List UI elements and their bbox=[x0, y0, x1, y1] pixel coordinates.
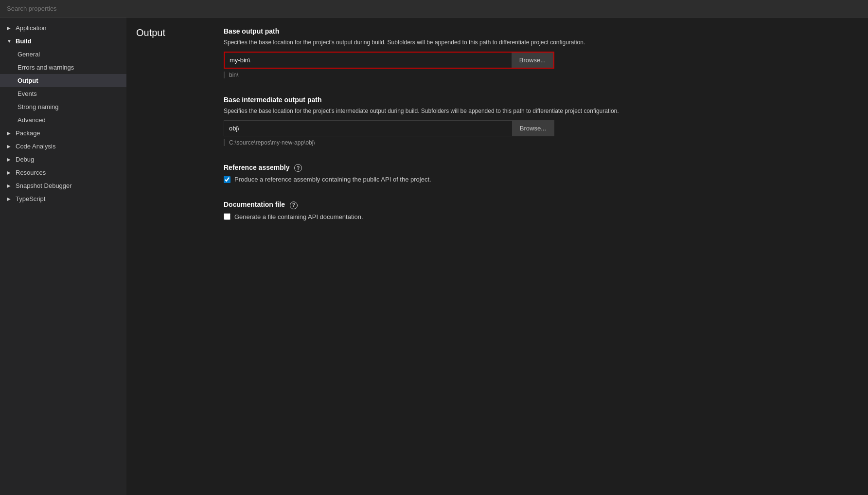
sidebar-item-build[interactable]: ▼ Build bbox=[0, 35, 126, 48]
base-output-input-row: Browse... bbox=[224, 52, 554, 69]
setting-group-base-intermediate: Base intermediate output path Specifies … bbox=[224, 96, 849, 146]
base-output-description: Specifies the base location for the proj… bbox=[224, 38, 622, 47]
documentation-file-label[interactable]: Generate a file containing API documenta… bbox=[234, 213, 363, 220]
sidebar-item-strong-naming[interactable]: Strong naming bbox=[0, 100, 126, 113]
documentation-file-title: Documentation file ? bbox=[224, 201, 849, 209]
sidebar-label-debug: Debug bbox=[16, 156, 34, 163]
chevron-right-icon-resources: ▶ bbox=[7, 170, 13, 175]
sidebar-label-code-analysis: Code Analysis bbox=[16, 143, 55, 150]
base-output-title: Base output path bbox=[224, 27, 849, 35]
setting-group-documentation-file: Documentation file ? Generate a file con… bbox=[224, 201, 849, 220]
sidebar-item-events[interactable]: Events bbox=[0, 87, 126, 100]
sidebar-item-code-analysis[interactable]: ▶ Code Analysis bbox=[0, 140, 126, 153]
reference-assembly-checkbox-row: Produce a reference assembly containing … bbox=[224, 176, 849, 183]
base-output-input[interactable] bbox=[225, 53, 512, 68]
sidebar-item-typescript[interactable]: ▶ TypeScript bbox=[0, 192, 126, 205]
reference-assembly-label[interactable]: Produce a reference assembly containing … bbox=[234, 176, 431, 183]
chevron-down-icon: ▼ bbox=[7, 38, 13, 44]
setting-group-reference-assembly: Reference assembly ? Produce a reference… bbox=[224, 164, 849, 183]
sidebar-label-typescript: TypeScript bbox=[16, 195, 45, 202]
hint-bar bbox=[224, 72, 225, 78]
chevron-right-icon-typescript: ▶ bbox=[7, 196, 13, 202]
documentation-file-checkbox[interactable] bbox=[224, 213, 230, 220]
sidebar-label-application: Application bbox=[16, 24, 47, 32]
reference-assembly-help-icon[interactable]: ? bbox=[294, 164, 302, 172]
base-intermediate-hint-text: C:\source\repos\my-new-app\obj\ bbox=[229, 139, 315, 146]
base-output-browse-button[interactable]: Browse... bbox=[512, 53, 553, 68]
sidebar-item-general[interactable]: General bbox=[0, 48, 126, 61]
sidebar-label-events: Events bbox=[18, 90, 37, 97]
chevron-right-icon-snapshot: ▶ bbox=[7, 183, 13, 188]
base-intermediate-browse-button[interactable]: Browse... bbox=[512, 121, 554, 136]
documentation-file-help-icon[interactable]: ? bbox=[290, 202, 298, 209]
base-intermediate-description: Specifies the base location for the proj… bbox=[224, 107, 622, 115]
documentation-file-checkbox-row: Generate a file containing API documenta… bbox=[224, 213, 849, 220]
content-area: Output Base output path Specifies the ba… bbox=[126, 18, 868, 495]
base-intermediate-title: Base intermediate output path bbox=[224, 96, 849, 104]
sidebar-item-output[interactable]: Output bbox=[0, 74, 126, 87]
sidebar-item-snapshot-debugger[interactable]: ▶ Snapshot Debugger bbox=[0, 179, 126, 192]
base-intermediate-input-row: Browse... bbox=[224, 120, 554, 136]
chevron-right-icon-code-analysis: ▶ bbox=[7, 144, 13, 149]
base-output-hint-text: bin\ bbox=[229, 72, 238, 78]
base-output-hint: bin\ bbox=[224, 72, 554, 78]
section-title: Output bbox=[136, 27, 195, 38]
chevron-right-icon: ▶ bbox=[7, 25, 13, 31]
sidebar-item-package[interactable]: ▶ Package bbox=[0, 127, 126, 140]
setting-group-base-output: Base output path Specifies the base loca… bbox=[224, 27, 849, 78]
sidebar-label-build: Build bbox=[16, 37, 32, 45]
reference-assembly-checkbox[interactable] bbox=[224, 176, 230, 183]
sidebar-label-strong-naming: Strong naming bbox=[18, 103, 59, 110]
sidebar-item-resources[interactable]: ▶ Resources bbox=[0, 166, 126, 179]
main-layout: ▶ Application ▼ Build General Errors and… bbox=[0, 18, 868, 495]
hint-bar-intermediate bbox=[224, 139, 225, 146]
search-bar bbox=[0, 0, 868, 18]
sidebar-item-debug[interactable]: ▶ Debug bbox=[0, 153, 126, 166]
sidebar-label-errors-warnings: Errors and warnings bbox=[18, 64, 74, 71]
sidebar-label-advanced: Advanced bbox=[18, 116, 46, 124]
sidebar: ▶ Application ▼ Build General Errors and… bbox=[0, 18, 126, 495]
settings-panel: Base output path Specifies the base loca… bbox=[204, 18, 868, 495]
base-intermediate-hint: C:\source\repos\my-new-app\obj\ bbox=[224, 139, 554, 146]
sidebar-label-general: General bbox=[18, 51, 40, 58]
sidebar-label-resources: Resources bbox=[16, 169, 46, 176]
sidebar-item-application[interactable]: ▶ Application bbox=[0, 21, 126, 35]
sidebar-item-advanced[interactable]: Advanced bbox=[0, 113, 126, 127]
base-intermediate-input[interactable] bbox=[224, 121, 512, 136]
search-input[interactable] bbox=[7, 5, 104, 12]
sidebar-label-package: Package bbox=[16, 129, 40, 137]
chevron-right-icon-debug: ▶ bbox=[7, 157, 13, 162]
chevron-right-icon-package: ▶ bbox=[7, 130, 13, 136]
sidebar-label-snapshot-debugger: Snapshot Debugger bbox=[16, 182, 72, 189]
reference-assembly-title: Reference assembly ? bbox=[224, 164, 849, 172]
sidebar-label-output: Output bbox=[18, 77, 38, 84]
sidebar-item-errors-warnings[interactable]: Errors and warnings bbox=[0, 61, 126, 74]
section-title-panel: Output bbox=[126, 18, 204, 495]
